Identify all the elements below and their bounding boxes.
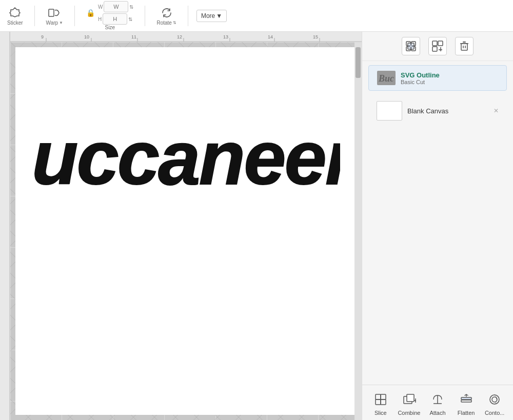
layer-name: SVG Outline [401,71,498,79]
buccaneers-svg: Buccaneers Buccaneers [32,93,340,201]
svg-rect-39 [376,394,381,399]
sticker-label: Sticker [7,20,23,26]
layer-thumbnail: Buc [377,71,396,85]
panel-bottom: Slice Combine [362,385,513,420]
divider-3 [145,6,145,26]
more-label: More [201,12,215,19]
svg-rect-42 [381,399,386,405]
rotate-icon [160,6,174,20]
svg-rect-50 [461,400,471,402]
combine-action[interactable]: Combine [397,391,421,416]
layer-type: Basic Cut [401,79,498,85]
group-layers-button[interactable] [402,37,420,55]
lock-icon: 🔒 [86,9,95,17]
divider-2 [74,6,75,26]
rotate-label: Rotate [156,20,171,26]
svg-rect-29 [438,41,443,46]
bottom-actions: Slice Combine [362,389,513,418]
divider-1 [34,6,35,26]
toolbar: Sticker Warp ▼ 🔒 W ⇅ H [0,0,513,32]
height-input[interactable] [103,13,127,25]
slice-icon [372,391,389,408]
layer-thumbnail-svg: Buc [378,71,395,85]
canvas-area[interactable]: Buccaneers Buccaneers [10,42,362,420]
combine-icon [401,391,417,408]
more-button[interactable]: More ▼ [196,10,227,22]
svg-rect-19 [0,32,10,420]
height-arrows: ⇅ [128,16,132,22]
combine-label: Combine [398,410,420,416]
sticker-tool[interactable]: Sticker [4,4,26,28]
ungroup-layers-button[interactable] [428,37,447,55]
layer-actions [362,32,513,61]
svg-text:14: 14 [268,34,273,39]
blank-canvas-thumbnail [377,101,402,121]
svg-text:Buccaneers: Buccaneers [32,115,340,200]
right-panel: Layers Color Sync ✕ [362,0,513,420]
slice-action[interactable]: Slice [368,391,393,416]
buccaneers-artwork: Buccaneers Buccaneers [26,93,346,201]
svg-text:15: 15 [313,34,318,39]
width-arrows: ⇅ [129,4,133,10]
blank-canvas-close-icon[interactable]: ✕ [494,107,499,114]
svg-rect-33 [461,44,467,50]
svg-rect-30 [432,47,437,51]
ruler-top-svg: 8 9 10 11 12 13 14 15 [0,32,362,42]
attach-icon [429,391,446,408]
warp-icon [47,6,62,20]
layer-item-svg-outline[interactable]: Buc SVG Outline Basic Cut [368,65,507,91]
svg-point-51 [490,395,499,404]
vertical-scrollbar[interactable] [354,42,362,420]
ruler-left-svg [0,32,10,420]
svg-text:10: 10 [84,34,89,39]
scrollbar-thumb[interactable] [356,47,361,78]
svg-rect-49 [461,397,471,399]
flatten-action[interactable]: Flatten [454,391,479,416]
warp-label: Warp [46,20,58,26]
canvas-white: Buccaneers Buccaneers [15,47,357,415]
width-input[interactable] [104,1,128,12]
attach-label: Attach [429,410,445,416]
canvas-grid: Buccaneers Buccaneers [10,42,362,420]
slice-label: Slice [374,410,387,416]
svg-rect-40 [381,394,386,399]
contour-icon [486,391,503,408]
svg-rect-44 [407,394,414,402]
svg-text:9: 9 [41,34,44,39]
warp-tool[interactable]: Warp ▼ [43,4,66,28]
rotate-tool[interactable]: Rotate ⇅ [153,4,179,28]
more-arrow: ▼ [216,12,222,19]
svg-rect-41 [376,399,381,405]
delete-layer-button[interactable] [455,37,473,55]
blank-canvas-label: Blank Canvas [407,107,448,115]
contour-label: Conto... [485,410,505,416]
flatten-label: Flatten [458,410,475,416]
svg-rect-0 [49,9,54,16]
sticker-icon [8,6,22,20]
flatten-icon [458,391,475,408]
svg-text:11: 11 [131,34,136,39]
size-label: Size [105,25,115,30]
svg-rect-28 [432,41,437,46]
width-label: W [98,4,103,10]
svg-text:12: 12 [177,34,182,39]
blank-canvas-row: Blank Canvas ✕ [368,97,507,125]
divider-4 [188,6,188,26]
height-label: H [98,16,102,22]
svg-text:Buc: Buc [378,73,394,84]
ruler-top: 8 9 10 11 12 13 14 15 [0,32,362,42]
size-tool: 🔒 W ⇅ H ⇅ Size [83,0,136,32]
svg-rect-27 [408,43,414,49]
svg-text:13: 13 [223,34,228,39]
contour-action[interactable]: Conto... [482,391,507,416]
attach-action[interactable]: Attach [425,391,450,416]
ruler-left [0,32,10,420]
layer-info: SVG Outline Basic Cut [401,71,498,85]
